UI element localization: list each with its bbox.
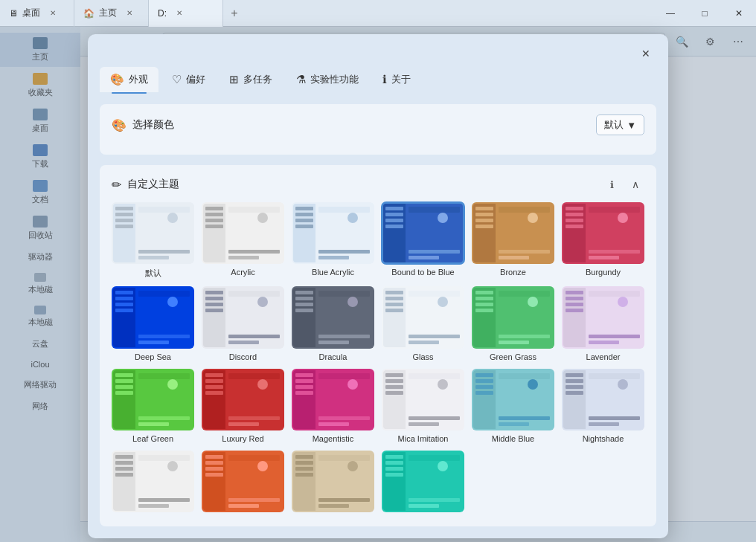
mini-topbar [228, 291, 280, 297]
mini-sidebar-item [115, 207, 133, 210]
taskbar-tab-home[interactable]: 🏠 主页 ✕ [74, 0, 149, 27]
theme-name: Bound to be Blue [391, 268, 454, 277]
theme-item[interactable]: Bronze [472, 202, 554, 279]
mini-content [138, 215, 190, 259]
mini-sidebar-item [385, 291, 403, 294]
mini-content [228, 299, 280, 343]
close-d-tab[interactable]: ✕ [174, 8, 185, 19]
theme-item[interactable]: 默认 [112, 202, 194, 279]
mini-sidebar-item [295, 391, 313, 395]
mini-line-2 [499, 422, 529, 426]
mini-content [138, 463, 190, 508]
close-desktop-tab[interactable]: ✕ [48, 8, 58, 19]
new-tab-button[interactable]: + [223, 2, 246, 25]
theme-item[interactable]: Discord [202, 286, 284, 361]
theme-name: 默认 [145, 268, 161, 279]
tab-experimental[interactable]: ⚗ 实验性功能 [286, 67, 369, 92]
mini-sidebar-item [385, 297, 403, 300]
taskbar-tab-d[interactable]: D: ✕ [149, 0, 223, 27]
theme-item[interactable]: Deep Sea [112, 286, 194, 361]
mini-sidebar [473, 288, 496, 346]
theme-item[interactable]: Leaf Green [112, 369, 194, 443]
theme-item[interactable] [202, 451, 284, 516]
dialog-close-button[interactable]: ✕ [635, 43, 656, 64]
collapse-button[interactable]: ∧ [627, 175, 644, 193]
theme-item[interactable]: Magentistic [292, 369, 374, 443]
theme-item[interactable]: Lavender [562, 286, 644, 361]
theme-item[interactable] [292, 451, 374, 516]
theme-item[interactable]: Luxury Red [202, 369, 284, 443]
mini-main [406, 204, 463, 262]
mini-sidebar-item [385, 213, 403, 216]
mini-sidebar-item [295, 385, 313, 389]
mini-line-2 [589, 256, 619, 259]
info-button[interactable]: ℹ [603, 175, 621, 193]
mini-sidebar [293, 204, 315, 262]
maximize-button[interactable]: □ [688, 0, 722, 27]
theme-item[interactable]: Middle Blue [472, 369, 554, 443]
mini-avatar [167, 379, 178, 390]
theme-item[interactable] [382, 451, 464, 516]
tab-about[interactable]: ℹ 关于 [372, 67, 421, 92]
mini-topbar [589, 291, 640, 297]
mini-line-1 [499, 416, 550, 420]
mini-avatar [618, 213, 628, 223]
mini-sidebar-item [115, 461, 133, 465]
mini-sidebar-item [566, 303, 583, 306]
mini-topbar [318, 207, 370, 213]
mini-avatar [438, 379, 448, 390]
theme-item[interactable]: Nightshade [562, 369, 644, 443]
mini-content [138, 299, 190, 343]
theme-section: ✏ 自定义主题 ℹ ∧ 默认AcrylicBlue AcrylicBound t… [100, 165, 656, 526]
mini-sidebar-item [475, 373, 493, 377]
theme-item[interactable]: Burgundy [562, 202, 644, 279]
mini-content [318, 215, 370, 259]
mini-line-1 [228, 250, 280, 254]
mini-sidebar-item [115, 467, 133, 471]
theme-item[interactable]: Glass [382, 286, 464, 361]
theme-item[interactable] [112, 451, 194, 516]
mini-main [135, 288, 193, 346]
tab-multitask[interactable]: ⊞ 多任务 [219, 67, 283, 92]
tab-preferences[interactable]: ♡ 偏好 [161, 67, 216, 92]
theme-name: Discord [229, 352, 257, 361]
mini-content [589, 299, 640, 343]
taskbar-tab-desktop[interactable]: 🖥 桌面 ✕ [0, 0, 74, 27]
mini-sidebar-item [205, 373, 223, 377]
theme-name: Burgundy [586, 268, 621, 277]
mini-sidebar [563, 204, 586, 262]
mini-main [225, 452, 283, 511]
theme-item[interactable]: Dracula [292, 286, 374, 361]
theme-item[interactable]: Blue Acrylic [292, 202, 374, 279]
appearance-tab-icon: 🎨 [110, 73, 124, 86]
mini-main [406, 370, 463, 429]
mini-sidebar-item [295, 303, 313, 306]
close-button[interactable]: ✕ [722, 0, 756, 27]
theme-name: Luxury Red [222, 434, 263, 443]
theme-item[interactable]: Mica Imitation [382, 369, 464, 443]
mini-sidebar-item [115, 291, 133, 294]
color-dropdown[interactable]: 默认 ▼ [596, 114, 644, 135]
theme-item[interactable]: Acrylic [202, 202, 284, 279]
mini-avatar [347, 379, 358, 390]
mini-line-2 [318, 422, 349, 426]
mini-sidebar-item [295, 213, 313, 216]
mini-avatar [618, 379, 628, 390]
mini-avatar [438, 461, 448, 471]
theme-item[interactable]: Green Grass [472, 286, 554, 361]
mini-sidebar-item [385, 385, 403, 389]
mini-sidebar-item [115, 219, 133, 222]
close-home-tab[interactable]: ✕ [124, 8, 135, 19]
mini-main [586, 370, 643, 429]
mini-topbar [589, 207, 640, 213]
mini-sidebar-item [205, 385, 223, 389]
mini-sidebar [473, 204, 496, 262]
mini-sidebar [293, 370, 315, 429]
color-icon: 🎨 [112, 118, 126, 132]
mini-content [138, 381, 190, 426]
mini-topbar [409, 373, 460, 379]
theme-grid: 默认AcrylicBlue AcrylicBound to be BlueBro… [112, 202, 644, 516]
tab-appearance[interactable]: 🎨 外观 [100, 67, 158, 92]
minimize-button[interactable]: — [653, 0, 688, 27]
theme-item[interactable]: Bound to be Blue [382, 202, 464, 279]
